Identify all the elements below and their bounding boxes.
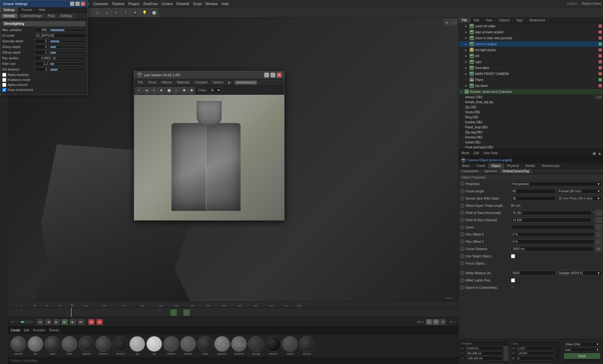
focal-portrait-dropdown[interactable]: Portrait (80 mm) ▼ bbox=[557, 189, 602, 194]
zoom-btn[interactable]: ↕ bbox=[595, 224, 602, 230]
sensor-input[interactable] bbox=[511, 196, 556, 201]
white-balance-input[interactable] bbox=[511, 271, 556, 276]
material-item-frontan1[interactable]: front an bbox=[112, 336, 128, 355]
tab-coord[interactable]: Coord bbox=[473, 163, 488, 169]
scene-item-female[interactable]: female_final_obj.obj bbox=[459, 100, 603, 105]
scene-item-screws[interactable]: Screws.OBJ bbox=[459, 135, 603, 140]
scene-visibility[interactable] bbox=[599, 48, 602, 51]
material-item-collar[interactable]: collar bbox=[45, 336, 60, 355]
scene-tab-edit[interactable]: Edit bbox=[470, 18, 482, 23]
material-item-inside[interactable]: inside bbox=[282, 336, 298, 355]
fov-v-input[interactable] bbox=[511, 218, 592, 222]
edit-btn[interactable]: Edit bbox=[472, 151, 480, 155]
pos-z-input[interactable] bbox=[466, 356, 503, 361]
sub-tab-settings[interactable]: Settings bbox=[58, 13, 74, 18]
material-item-sleeves1[interactable]: sleeves bbox=[79, 336, 94, 355]
menu-realflow[interactable]: RealFlow bbox=[143, 2, 158, 6]
scene-item-frontback[interactable]: Front and back.OBJ bbox=[459, 145, 603, 149]
sub-tab-camera[interactable]: Camera/Image bbox=[19, 13, 44, 18]
menu-redshift[interactable]: Redshift bbox=[177, 2, 189, 6]
scene-item-plane[interactable]: ▬ Plane bbox=[459, 77, 603, 83]
menu-octane[interactable]: Octane bbox=[161, 2, 172, 6]
fov-h-btn[interactable]: ↕ bbox=[595, 210, 602, 216]
scene-item-zip[interactable]: Zip.OBJ bbox=[459, 105, 603, 110]
scene-item-ring[interactable]: Ring.OBJ bbox=[459, 115, 603, 120]
ao-distance-value[interactable]: 3. bbox=[35, 67, 49, 72]
pos-y-input[interactable] bbox=[466, 351, 503, 356]
msh-function[interactable]: Function bbox=[33, 329, 45, 332]
focal-length-input[interactable] bbox=[511, 189, 556, 194]
msh-texture[interactable]: Texture bbox=[49, 329, 59, 332]
pos-x-input[interactable] bbox=[466, 346, 503, 351]
btn-prev[interactable]: ◀ bbox=[592, 151, 595, 156]
lv-menu-materials[interactable]: Materials bbox=[174, 80, 192, 85]
object-rel-dropdown[interactable]: Object (Rel) ▼ bbox=[564, 342, 600, 346]
material-item-charact1[interactable]: charact bbox=[163, 336, 179, 355]
material-item-charact2[interactable]: charact bbox=[180, 336, 196, 355]
sub-tab-kernels[interactable]: Kernels bbox=[2, 13, 17, 18]
maximize-btn[interactable]: □ bbox=[75, 2, 80, 6]
userdata-btn[interactable]: User Data bbox=[482, 151, 499, 155]
scene-item-studs[interactable]: Studs.OBJ bbox=[459, 110, 603, 115]
btn-key[interactable]: K bbox=[426, 319, 432, 325]
zoom-input[interactable] bbox=[511, 225, 594, 230]
focus-dist-input[interactable] bbox=[511, 247, 594, 251]
film-offset-y-input[interactable] bbox=[511, 239, 594, 244]
btn-next-frame[interactable]: ▶ bbox=[70, 319, 76, 325]
scene-visibility[interactable] bbox=[599, 30, 602, 34]
timeline-strip[interactable] bbox=[8, 308, 459, 317]
film-offset-x-input[interactable] bbox=[511, 232, 594, 237]
material-item-wrinkle[interactable]: wrinkle bbox=[11, 336, 26, 355]
btn-last-frame[interactable]: ⏭ bbox=[78, 319, 84, 325]
lv-tool-6[interactable]: ⬡ bbox=[173, 87, 180, 94]
film-y-btn[interactable]: ↕ bbox=[595, 239, 602, 244]
fov-h-input[interactable] bbox=[511, 211, 592, 215]
lv-maximize[interactable]: □ bbox=[270, 72, 275, 78]
size-p-input[interactable] bbox=[517, 351, 554, 356]
lv-menu-arrow[interactable]: ▶ bbox=[226, 80, 233, 85]
scene-item-eyelets[interactable]: Eyelets.OBJ bbox=[459, 120, 603, 125]
size-dropdown[interactable]: Size ▼ bbox=[564, 348, 600, 352]
sub-tab-composition[interactable]: Composition bbox=[459, 169, 482, 174]
menu-window[interactable]: Window bbox=[205, 2, 218, 6]
tab-help[interactable]: Help bbox=[35, 7, 49, 13]
filter-size-slider[interactable] bbox=[50, 63, 86, 65]
lv-minimize[interactable]: ─ bbox=[264, 72, 269, 78]
diffuse-depth-slider[interactable] bbox=[50, 51, 86, 54]
material-item-collar2[interactable]: collar bbox=[197, 336, 213, 355]
btn-play-reverse[interactable]: ▶ bbox=[62, 319, 68, 325]
material-item-frontan2[interactable]: front an bbox=[299, 336, 315, 355]
btn-settings[interactable]: ⚙ bbox=[440, 319, 446, 325]
msh-create[interactable]: Create bbox=[11, 329, 20, 332]
tab-presets[interactable]: Presets bbox=[18, 7, 35, 13]
glossy-depth-value[interactable]: 2. bbox=[35, 45, 49, 49]
scene-item-panel[interactable]: Panel_loop.OBJ bbox=[459, 125, 603, 130]
menu-plugins[interactable]: Plugins bbox=[128, 2, 139, 6]
scene-visibility[interactable] bbox=[599, 78, 602, 81]
scene-visibility[interactable] bbox=[599, 84, 602, 87]
btn-stop[interactable]: ⏹ bbox=[88, 319, 95, 325]
affect-lights-check[interactable] bbox=[511, 278, 515, 282]
mode-btn[interactable]: Mode bbox=[460, 151, 470, 155]
scene-item-front-tilted[interactable]: ▶ 📷 front tilted bbox=[459, 65, 603, 71]
lv-menu-objects[interactable]: Objects bbox=[159, 80, 174, 85]
scene-tab-view[interactable]: View bbox=[482, 18, 496, 23]
material-item-tshirt[interactable]: tshirt bbox=[62, 336, 77, 355]
fov-v-btn[interactable]: ↕ bbox=[595, 217, 602, 223]
lv-close[interactable]: ✕ bbox=[277, 72, 282, 78]
scene-item-main-front[interactable]: ▶ 📷 MAIN FRONT CAMERA bbox=[459, 71, 603, 77]
ray-epsilon-value[interactable]: 0.0001 bbox=[35, 56, 52, 61]
polygon-icon[interactable]: △ bbox=[102, 8, 111, 17]
glossy-depth-slider[interactable] bbox=[50, 46, 86, 48]
keep-environment-check[interactable] bbox=[2, 88, 6, 92]
lv-tool-5[interactable]: ⬤ bbox=[166, 87, 172, 94]
material-item-mix[interactable]: Mix bbox=[28, 336, 43, 355]
scene-visibility[interactable] bbox=[599, 24, 602, 28]
scene-item-rim[interactable]: ▶ 💡 rim light (back) bbox=[459, 47, 603, 53]
max-samples-value[interactable]: 500. bbox=[35, 28, 49, 32]
material-item-sleeves3[interactable]: sleeves bbox=[265, 336, 281, 355]
lv-tool-8[interactable]: ⬣ bbox=[188, 87, 195, 94]
tab-details[interactable]: Details bbox=[522, 163, 539, 169]
focus-dist-btn[interactable]: ⊕ bbox=[595, 246, 602, 252]
lv-menu-cloud[interactable]: Cloud bbox=[145, 80, 159, 85]
